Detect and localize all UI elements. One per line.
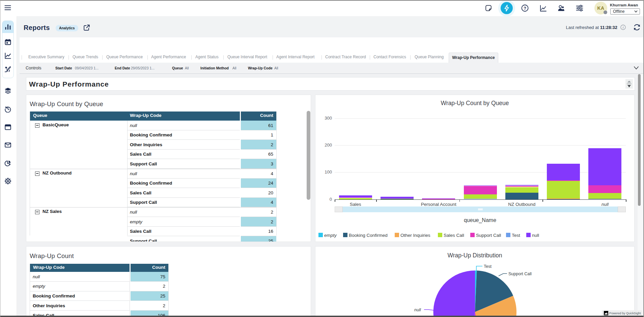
svg-text:?: ? [524, 6, 526, 11]
svg-text:i: i [623, 26, 624, 29]
